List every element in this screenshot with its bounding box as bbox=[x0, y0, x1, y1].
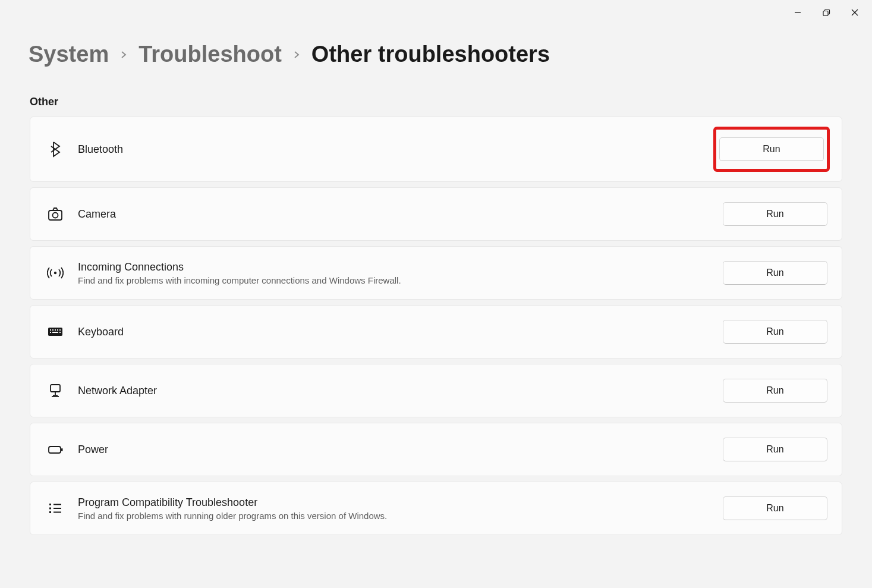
breadcrumb: System Troubleshoot Other troubleshooter… bbox=[0, 18, 872, 85]
breadcrumb-current: Other troubleshooters bbox=[311, 42, 550, 67]
minimize-button[interactable] bbox=[792, 7, 803, 18]
row-title: Power bbox=[78, 444, 723, 456]
row-title: Camera bbox=[78, 208, 723, 221]
run-button-camera[interactable]: Run bbox=[723, 202, 827, 226]
run-button-wrap: Run bbox=[723, 379, 827, 403]
troubleshooter-row-power: PowerRun bbox=[30, 423, 842, 476]
breadcrumb-parent[interactable]: Troubleshoot bbox=[138, 42, 282, 67]
run-button-program-compat[interactable]: Run bbox=[723, 496, 827, 520]
row-description: Find and fix problems with incoming comp… bbox=[78, 275, 723, 285]
maximize-button[interactable] bbox=[821, 7, 832, 18]
row-title: Network Adapter bbox=[78, 385, 723, 397]
run-button-power[interactable]: Run bbox=[723, 438, 827, 461]
run-button-wrap: Run bbox=[723, 438, 827, 461]
run-button-wrap: Run bbox=[723, 202, 827, 226]
troubleshooter-row-keyboard: KeyboardRun bbox=[30, 305, 842, 359]
chevron-right-icon bbox=[119, 51, 128, 59]
troubleshooter-row-network-adapter: Network AdapterRun bbox=[30, 364, 842, 417]
row-text: Network Adapter bbox=[78, 385, 723, 397]
troubleshooter-row-bluetooth: BluetoothRun bbox=[30, 117, 842, 182]
battery-icon bbox=[47, 441, 64, 458]
run-button-bluetooth[interactable]: Run bbox=[719, 137, 824, 161]
run-button-wrap: Run bbox=[716, 129, 827, 169]
row-title: Incoming Connections bbox=[78, 261, 723, 273]
row-text: Power bbox=[78, 444, 723, 456]
run-button-wrap: Run bbox=[723, 261, 827, 285]
svg-rect-2 bbox=[823, 11, 828, 15]
run-button-wrap: Run bbox=[723, 496, 827, 520]
troubleshooter-row-program-compat: Program Compatibility TroubleshooterFind… bbox=[30, 482, 842, 535]
camera-icon bbox=[47, 206, 64, 222]
run-button-keyboard[interactable]: Run bbox=[723, 320, 827, 344]
section-header: Other bbox=[0, 85, 872, 117]
chevron-right-icon bbox=[292, 51, 301, 59]
close-button[interactable] bbox=[849, 7, 860, 18]
troubleshooter-list: BluetoothRunCameraRunIncoming Connection… bbox=[0, 117, 872, 535]
row-text: Keyboard bbox=[78, 326, 723, 338]
window-controls bbox=[0, 0, 872, 18]
row-description: Find and fix problems with running older… bbox=[78, 511, 723, 521]
row-title: Bluetooth bbox=[78, 143, 716, 156]
run-button-network-adapter[interactable]: Run bbox=[723, 379, 827, 403]
signal-icon bbox=[47, 265, 64, 281]
row-title: Keyboard bbox=[78, 326, 723, 338]
troubleshooter-row-incoming-connections: Incoming ConnectionsFind and fix problem… bbox=[30, 246, 842, 300]
network-icon bbox=[47, 382, 64, 399]
run-button-incoming-connections[interactable]: Run bbox=[723, 261, 827, 285]
row-text: Camera bbox=[78, 208, 723, 221]
row-text: Incoming ConnectionsFind and fix problem… bbox=[78, 261, 723, 285]
keyboard-icon bbox=[47, 323, 64, 340]
list-icon bbox=[47, 500, 64, 517]
troubleshooter-row-camera: CameraRun bbox=[30, 187, 842, 241]
row-title: Program Compatibility Troubleshooter bbox=[78, 496, 723, 509]
row-text: Bluetooth bbox=[78, 143, 716, 156]
bluetooth-icon bbox=[47, 141, 64, 158]
row-text: Program Compatibility TroubleshooterFind… bbox=[78, 496, 723, 521]
run-button-wrap: Run bbox=[723, 320, 827, 344]
breadcrumb-root[interactable]: System bbox=[29, 42, 109, 67]
